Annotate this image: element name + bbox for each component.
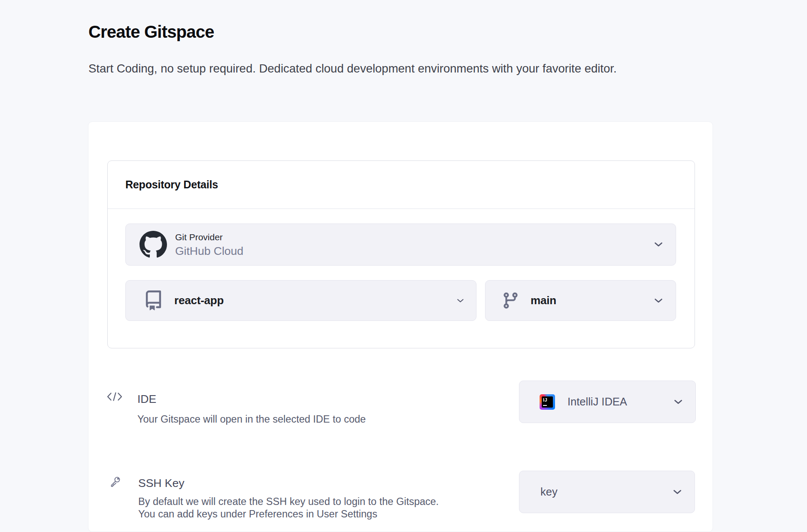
ssh-key-select[interactable]: key [519,471,695,513]
key-icon [108,475,121,490]
ssh-key-description-line1: By default we will create the SSH key us… [138,496,439,508]
repo-branch-row: react-app main [125,280,676,321]
intellij-monogram: IJ [543,397,547,402]
ssh-key-label: SSH Key [138,477,185,490]
ssh-key-description-line2: You can add keys under Preferences in Us… [138,508,439,520]
repository-value: react-app [174,294,224,307]
git-provider-value: GitHub Cloud [175,244,243,258]
branch-select[interactable]: main [485,280,676,321]
repository-details-body: Git Provider GitHub Cloud react-app [108,209,695,321]
repository-select[interactable]: react-app [125,280,476,321]
page-title: Create Gitspace [88,21,214,42]
repository-details-section: Repository Details Git Provider GitHub C… [107,160,695,348]
code-icon [106,392,123,403]
ide-description: Your Gitspace will open in the selected … [137,413,366,426]
repo-book-icon [143,290,164,311]
branch-value: main [531,294,556,307]
intellij-logo-inner: IJ [542,396,553,408]
chevron-down-icon [654,298,663,303]
git-provider-label: Git Provider [175,232,243,243]
intellij-underscore [543,405,547,406]
ssh-key-description: By default we will create the SSH key us… [138,496,439,520]
github-logo-icon [140,231,167,258]
chevron-down-icon [674,399,683,405]
git-provider-select[interactable]: Git Provider GitHub Cloud [125,224,676,266]
git-branch-icon [501,291,520,310]
ide-label: IDE [137,393,156,405]
ide-value: IntelliJ IDEA [567,396,627,408]
page-subtitle: Start Coding, no setup required. Dedicat… [88,59,619,78]
git-provider-texts: Git Provider GitHub Cloud [175,232,243,258]
repository-details-heading: Repository Details [125,178,218,191]
chevron-down-icon [654,242,663,247]
repository-details-header: Repository Details [108,161,695,209]
chevron-down-icon [457,299,464,303]
chevron-down-icon [673,490,682,495]
intellij-idea-logo-icon: IJ [540,394,555,410]
ssh-key-value: key [540,486,558,498]
ide-select[interactable]: IJ IntelliJ IDEA [519,381,696,423]
create-gitspace-card: Repository Details Git Provider GitHub C… [88,121,713,532]
